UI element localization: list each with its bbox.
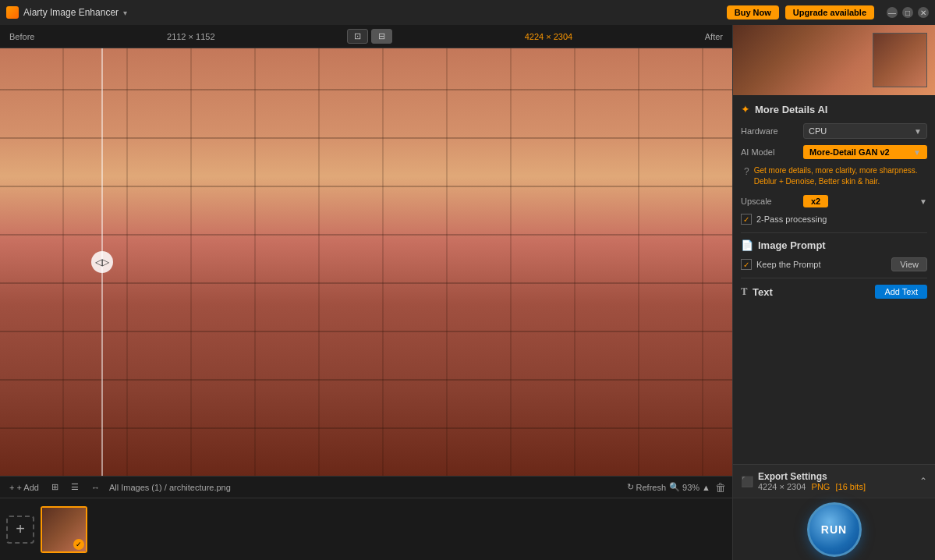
filmstrip: + ✓ [0, 498, 732, 560]
window-controls: — □ ✕ [887, 7, 929, 18]
add-button[interactable]: + + Add [6, 481, 42, 494]
prompt-section: 📄 Image Prompt Keep the Prompt View [741, 239, 927, 271]
upscale-badge: x2 [803, 195, 828, 207]
view-toggle-btn2[interactable]: ⊟ [371, 29, 392, 44]
before-label: Before [9, 32, 34, 41]
hardware-dropdown-icon: ▼ [914, 127, 922, 136]
prompt-header: 📄 Image Prompt [741, 239, 927, 251]
upscale-label: Upscale [741, 197, 803, 206]
keep-prompt-checkbox[interactable] [741, 259, 752, 270]
zoom-button[interactable]: 🔍 93% ▲ [669, 482, 710, 492]
ai-model-dropdown-icon: ▼ [913, 148, 921, 157]
app-icon [6, 6, 19, 19]
export-bits: [16 bits] [835, 482, 866, 491]
after-size: 4224 × 2304 [525, 32, 572, 41]
zoom-arrow-icon: ▲ [702, 483, 710, 492]
image-divider[interactable]: ◁▷ [101, 48, 103, 476]
title-bar: Aiarty Image Enhancer ▾ Buy Now Upgrade … [0, 0, 935, 25]
hardware-label: Hardware [741, 126, 803, 136]
text-icon: 𝐓 [741, 285, 748, 298]
add-image-button[interactable]: + [6, 516, 34, 544]
close-button[interactable]: ✕ [918, 7, 929, 18]
add-label: + Add [16, 483, 38, 492]
export-title: Export Settings [758, 471, 866, 482]
film-thumbnail-1[interactable]: ✓ [41, 506, 87, 553]
add-text-button[interactable]: Add Text [875, 285, 927, 299]
export-dimensions: 4224 × 2304 [758, 482, 806, 491]
path-label: All Images (1) / architecture.png [109, 483, 231, 492]
before-size: 2112 × 1152 [167, 32, 214, 41]
delete-button[interactable]: 🗑 [715, 481, 726, 494]
title-bar-right: Buy Now Upgrade available — □ ✕ [727, 5, 929, 19]
add-plus-icon: + [9, 483, 14, 492]
more-details-icon: ✦ [741, 103, 750, 115]
zoom-icon: 🔍 [669, 482, 680, 492]
restore-button[interactable]: □ [902, 7, 913, 18]
divider-handle[interactable]: ◁▷ [91, 251, 113, 273]
right-panel: ✦ More Details AI Hardware CPU ▼ AI Mode… [732, 25, 935, 498]
ai-model-label: AI Model [741, 147, 803, 157]
export-header: ⬛ Export Settings 4224 × 2304 PNG [16 bi… [741, 471, 927, 491]
run-button[interactable]: RUN [807, 502, 862, 557]
text-section-label: 𝐓 Text [741, 285, 773, 298]
list-view-button[interactable]: ☰ [68, 480, 82, 494]
minimize-button[interactable]: — [887, 7, 898, 18]
hardware-select[interactable]: CPU ▼ [803, 123, 927, 139]
buy-now-button[interactable]: Buy Now [727, 5, 779, 19]
keep-prompt-left: Keep the Prompt [741, 259, 821, 270]
hint-icon[interactable]: ? [744, 166, 749, 177]
zoom-controls: ↻ Refresh 🔍 93% ▲ [627, 482, 710, 492]
ai-model-select[interactable]: More-Detail GAN v2 ▼ [803, 145, 927, 159]
preview-thumb-inner [873, 33, 927, 87]
export-expand-icon[interactable]: ⌃ [919, 476, 927, 487]
export-section: ⬛ Export Settings 4224 × 2304 PNG [16 bi… [733, 464, 935, 498]
more-details-title: More Details AI [755, 104, 827, 115]
title-dropdown-arrow[interactable]: ▾ [123, 9, 127, 17]
divider-line-1 [741, 232, 927, 233]
export-format: PNG [812, 482, 831, 491]
bottom-right-controls: ↻ Refresh 🔍 93% ▲ 🗑 [627, 481, 726, 494]
hardware-row: Hardware CPU ▼ [741, 123, 927, 139]
image-area: Before 2112 × 1152 ⊡ ⊟ 4224 × 2304 After… [0, 25, 732, 498]
refresh-button[interactable]: ↻ Refresh [627, 482, 667, 492]
title-bar-left: Aiarty Image Enhancer ▾ [6, 6, 127, 19]
grid-view-button[interactable]: ⊞ [48, 480, 62, 494]
view-prompt-button[interactable]: View [891, 257, 927, 271]
two-pass-label: 2-Pass processing [756, 214, 827, 224]
app-title: Aiarty Image Enhancer [23, 7, 119, 18]
text-section-title: Text [753, 286, 773, 298]
upgrade-button[interactable]: Upgrade available [785, 5, 874, 19]
film-thumb-check-icon: ✓ [73, 539, 84, 550]
zoom-level: 93% [682, 483, 699, 492]
keep-prompt-label: Keep the Prompt [756, 260, 821, 269]
keep-prompt-row: Keep the Prompt View [741, 257, 927, 271]
prompt-title: Image Prompt [758, 239, 826, 251]
two-pass-checkbox[interactable] [741, 214, 752, 225]
all-images-label: All Images (1) [109, 483, 162, 492]
compare-button[interactable]: ↔ [88, 481, 103, 494]
image-bottom-bar: + + Add ⊞ ☰ ↔ All Images (1) / architect… [0, 476, 732, 498]
two-pass-row: 2-Pass processing [741, 214, 927, 225]
view-toggle: ⊡ ⊟ [347, 29, 392, 44]
more-details-header: ✦ More Details AI [741, 103, 927, 115]
hint-row: ? Get more details, more clarity, more s… [741, 165, 927, 187]
run-button-label: RUN [821, 523, 847, 536]
bottom-left-controls: + + Add ⊞ ☰ ↔ All Images (1) / architect… [6, 480, 231, 494]
export-left: ⬛ Export Settings 4224 × 2304 PNG [16 bi… [741, 471, 866, 491]
main-content: Before 2112 × 1152 ⊡ ⊟ 4224 × 2304 After… [0, 25, 935, 498]
image-top-bar: Before 2112 × 1152 ⊡ ⊟ 4224 × 2304 After [0, 25, 732, 48]
ai-model-value: More-Detail GAN v2 [809, 147, 890, 157]
path-separator: / [165, 483, 167, 492]
text-section: 𝐓 Text Add Text [741, 285, 927, 299]
prompt-icon: 📄 [741, 239, 753, 251]
divider-arrows-icon: ◁▷ [95, 257, 109, 268]
ai-model-row: AI Model More-Detail GAN v2 ▼ [741, 145, 927, 159]
settings-panel: ✦ More Details AI Hardware CPU ▼ AI Mode… [733, 95, 935, 464]
upscale-dropdown-icon[interactable]: ▼ [919, 197, 927, 206]
bottom-panel: + ✓ RUN [0, 498, 935, 560]
view-toggle-btn1[interactable]: ⊡ [347, 29, 368, 44]
after-label: After [705, 32, 723, 41]
hardware-value: CPU [809, 126, 827, 136]
image-viewer[interactable]: ◁▷ [0, 48, 732, 476]
export-info-block: Export Settings 4224 × 2304 PNG [16 bits… [758, 471, 866, 491]
